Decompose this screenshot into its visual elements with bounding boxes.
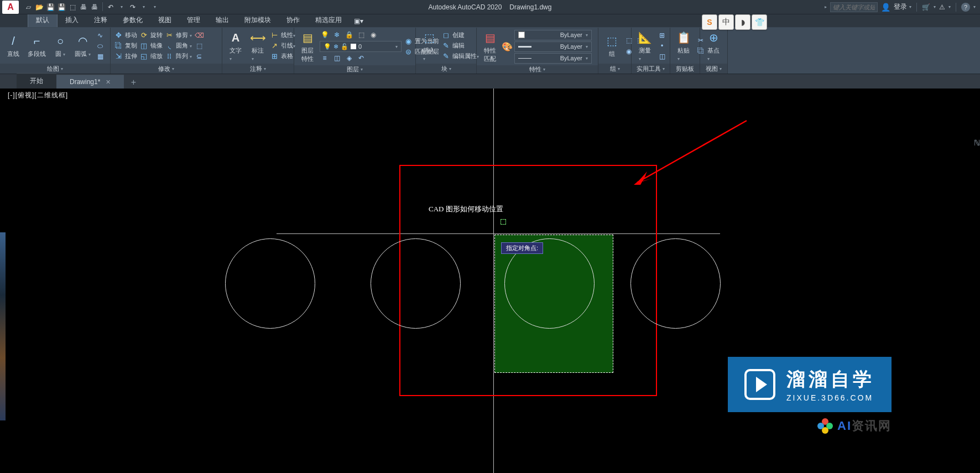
- app-logo[interactable]: A: [2, 1, 19, 14]
- panel-utilities-title[interactable]: 实用工具▾: [632, 64, 670, 74]
- circle-button[interactable]: ○圆 ▾: [50, 32, 70, 59]
- login-button[interactable]: 登录 ▾: [894, 2, 911, 12]
- paste-button[interactable]: 📋粘贴▾: [674, 29, 694, 63]
- layeriso-icon[interactable]: ◈: [344, 53, 354, 63]
- ime-shirt-button[interactable]: 👕: [752, 14, 767, 30]
- copy-button[interactable]: ⿻复制: [114, 41, 137, 50]
- tab-annotate[interactable]: 注释: [86, 13, 115, 27]
- erase-icon[interactable]: ⌫: [194, 30, 204, 40]
- ime-moon-button[interactable]: ◗: [735, 14, 750, 30]
- layerstate-icon[interactable]: ≡: [320, 53, 330, 63]
- lineweight-select[interactable]: ByLayer▾: [514, 41, 592, 52]
- ime-s-button[interactable]: S: [702, 14, 717, 30]
- layer-props-button[interactable]: ▤图层 特性: [298, 29, 317, 64]
- layeroff-icon[interactable]: ⬚: [356, 30, 366, 40]
- lock-icon[interactable]: 🔒: [344, 30, 354, 40]
- ellipse-icon[interactable]: ⬭: [95, 41, 105, 51]
- calc-icon[interactable]: ⊞: [657, 30, 667, 40]
- cart-icon[interactable]: 🛒: [922, 3, 930, 11]
- print-icon[interactable]: 🖶: [90, 2, 100, 12]
- panel-annotation-title[interactable]: 注释▾: [222, 64, 294, 74]
- offset-icon[interactable]: ⊆: [194, 51, 204, 61]
- layer-select[interactable]: 💡❄🔓0 ▾: [320, 41, 402, 52]
- arc-button[interactable]: ◠圆弧 ▾: [72, 32, 93, 59]
- save-icon[interactable]: 💾: [45, 2, 55, 12]
- trim-button[interactable]: ✂修剪 ▾: [165, 31, 192, 40]
- drawing-viewport[interactable]: [-][俯视][二维线框] CAD 图形如何移动位置 指定对角点: ℕ: [6, 89, 980, 473]
- redo-icon[interactable]: ↷: [128, 2, 138, 12]
- insert-block-button[interactable]: ⬚插入▾: [419, 29, 439, 63]
- tab-drawing1[interactable]: Drawing1* ✕: [56, 75, 124, 89]
- group-button[interactable]: ⬚组: [602, 32, 622, 59]
- tab-manage[interactable]: 管理: [179, 13, 208, 27]
- dimension-button[interactable]: ⟷标注▾: [248, 29, 268, 63]
- rotate-button[interactable]: ⟳旋转: [139, 31, 163, 40]
- tab-overflow[interactable]: ▣▾: [350, 15, 368, 27]
- undo-icon[interactable]: ↶: [106, 2, 116, 12]
- scale-button[interactable]: ◱缩放: [139, 52, 163, 61]
- linetype-select[interactable]: ByLayer▾: [514, 53, 592, 64]
- color-wheel-icon[interactable]: 🎨: [502, 41, 512, 51]
- line-button[interactable]: /直线: [3, 32, 23, 59]
- viewport-label[interactable]: [-][俯视][二维线框]: [8, 91, 68, 100]
- plot-icon[interactable]: 🖶: [79, 2, 88, 12]
- select-icon[interactable]: ◫: [657, 51, 667, 61]
- close-icon[interactable]: ✕: [106, 79, 111, 86]
- warn-icon[interactable]: ⚠: [939, 3, 945, 11]
- tab-insert[interactable]: 插入: [58, 13, 86, 27]
- add-tab-button[interactable]: +: [126, 76, 140, 89]
- mirror-button[interactable]: ◫镜像: [139, 41, 163, 50]
- panel-clipboard-title[interactable]: 剪贴板: [670, 64, 700, 74]
- web-icon[interactable]: ⬚: [67, 2, 77, 12]
- match-props-button[interactable]: ▤特性 匹配: [480, 29, 500, 64]
- point-icon[interactable]: •: [657, 41, 667, 51]
- tab-addins[interactable]: 附加模块: [237, 13, 279, 27]
- ime-cn-button[interactable]: 中: [718, 14, 734, 30]
- layeron-icon[interactable]: 💡: [320, 30, 330, 40]
- panel-group-title[interactable]: 组▾: [598, 64, 631, 74]
- table-button[interactable]: ⊞表格: [270, 52, 295, 61]
- linear-button[interactable]: ⊢线性▾: [270, 31, 295, 40]
- open-icon[interactable]: 📂: [34, 2, 44, 12]
- tab-parametric[interactable]: 参数化: [115, 13, 150, 27]
- tab-view[interactable]: 视图: [150, 13, 179, 27]
- leader-button[interactable]: ↗引线▾: [270, 41, 295, 50]
- saveas-icon[interactable]: 💾: [56, 2, 66, 12]
- isolate-icon[interactable]: ◉: [368, 30, 378, 40]
- panel-modify-title[interactable]: 修改▾: [111, 64, 222, 74]
- create-block-button[interactable]: ◻创建: [441, 31, 479, 40]
- basepoint-button[interactable]: ⊕基点▾: [703, 29, 723, 63]
- stretch-button[interactable]: ⇲拉伸: [114, 52, 137, 61]
- search-input[interactable]: [830, 2, 878, 12]
- tab-default[interactable]: 默认: [28, 13, 58, 27]
- polyline-button[interactable]: ⌐多段线: [25, 32, 48, 59]
- help-icon[interactable]: ?: [961, 3, 970, 12]
- redo-dropdown-icon[interactable]: ▾: [139, 2, 149, 12]
- layerwalk-icon[interactable]: ◫: [332, 53, 342, 63]
- signin-icon[interactable]: 👤: [881, 3, 890, 12]
- panel-properties-title[interactable]: 特性▾: [477, 65, 598, 74]
- move-button[interactable]: ✥移动: [114, 31, 137, 40]
- text-button[interactable]: A文字▾: [226, 29, 246, 63]
- undo-dropdown-icon[interactable]: ▾: [117, 2, 127, 12]
- edit-attr-button[interactable]: ✎编辑属性▾: [441, 52, 479, 61]
- tab-featured[interactable]: 精选应用: [307, 13, 350, 27]
- tab-output[interactable]: 输出: [208, 13, 237, 27]
- panel-draw-title[interactable]: 绘图▾: [0, 64, 110, 74]
- tab-start[interactable]: 开始: [17, 73, 56, 89]
- measure-button[interactable]: 📐测量▾: [635, 29, 655, 63]
- explode-icon[interactable]: ⬚: [194, 41, 204, 51]
- fillet-button[interactable]: ◟圆角 ▾: [165, 41, 192, 50]
- tab-collab[interactable]: 协作: [279, 13, 307, 27]
- qat-more-icon[interactable]: ▾: [150, 2, 160, 12]
- hatch-icon[interactable]: ▦: [95, 51, 105, 61]
- edit-block-button[interactable]: ✎编辑: [441, 41, 479, 50]
- array-button[interactable]: ⁞⁞阵列 ▾: [165, 52, 192, 61]
- layerprev-icon[interactable]: ↶: [356, 53, 366, 63]
- panel-block-title[interactable]: 块▾: [416, 64, 476, 74]
- freeze-icon[interactable]: ❄: [332, 30, 342, 40]
- panel-view-title[interactable]: 视图▾: [700, 64, 727, 74]
- color-select[interactable]: ByLayer▾: [514, 30, 592, 40]
- spline-icon[interactable]: ∿: [95, 30, 105, 40]
- new-icon[interactable]: ▱: [23, 2, 33, 12]
